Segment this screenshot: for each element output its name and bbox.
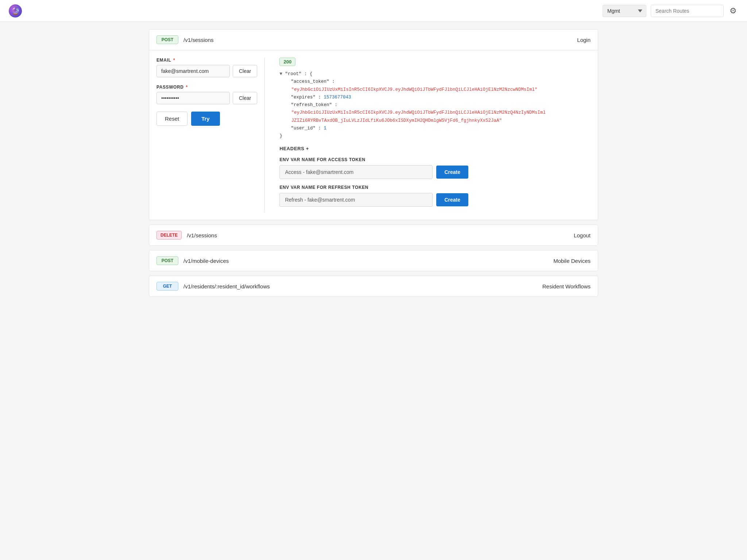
json-line-close: } bbox=[279, 132, 591, 140]
json-expires-value: 1573677043 bbox=[324, 95, 351, 100]
access-token-label: ENV VAR NAME FOR ACCESS TOKEN bbox=[279, 157, 591, 162]
json-collapse-icon[interactable]: ▼ bbox=[279, 71, 282, 77]
route-label-login: Login bbox=[577, 37, 591, 43]
action-row: Reset Try bbox=[156, 112, 257, 126]
route-card-post-sessions: POST /v1/sessions Login EMAIL * Clear bbox=[149, 29, 598, 220]
reset-button[interactable]: Reset bbox=[156, 112, 187, 126]
json-access-value: "eyJhbGciOiJIUzUxMiIsInR5cCI6IkpXVCJ9.ey… bbox=[291, 87, 537, 92]
json-userid-value: 1 bbox=[324, 126, 327, 131]
route-header-get-workflows[interactable]: GET /v1/residents/:resident_id/workflows… bbox=[149, 276, 598, 296]
email-field-row: Clear bbox=[156, 65, 257, 77]
create-refresh-token-button[interactable]: Create bbox=[436, 193, 468, 206]
search-routes-input[interactable] bbox=[651, 5, 724, 17]
status-badge-200: 200 bbox=[279, 58, 295, 66]
json-refresh-key: "refresh_token" : bbox=[285, 102, 337, 108]
route-card-delete-sessions: DELETE /v1/sessions Logout bbox=[149, 225, 598, 246]
json-line-refresh-key: "refresh_token" : bbox=[279, 101, 591, 109]
gear-button[interactable]: ⚙ bbox=[728, 5, 738, 17]
required-star-email: * bbox=[173, 58, 175, 63]
json-close-brace: } bbox=[279, 133, 282, 139]
method-badge-post-mobile: POST bbox=[156, 256, 178, 265]
route-label-logout: Logout bbox=[574, 232, 591, 238]
route-path-mobile: /v1/mobile-devices bbox=[183, 258, 553, 264]
form-section: EMAIL * Clear PASSWORD * Cle bbox=[156, 58, 257, 213]
refresh-token-row: Create bbox=[279, 193, 591, 207]
json-line-access-key: "access_token" : bbox=[279, 78, 591, 86]
access-token-input[interactable] bbox=[279, 165, 433, 179]
response-json: ▼ "root" : { "access_token" : "eyJhbGciO… bbox=[279, 70, 591, 140]
required-star-password: * bbox=[186, 85, 188, 90]
route-header-post-mobile[interactable]: POST /v1/mobile-devices Mobile Devices bbox=[149, 250, 598, 271]
email-input[interactable] bbox=[156, 65, 230, 77]
password-label: PASSWORD * bbox=[156, 85, 257, 90]
json-line-refresh-value: "eyJhbGciOiJIUzUxMiIsInR5cCI6IkpXVCJ9.ey… bbox=[279, 109, 591, 117]
route-card-get-workflows: GET /v1/residents/:resident_id/workflows… bbox=[149, 276, 598, 297]
json-line-root: ▼ "root" : { bbox=[279, 70, 591, 78]
access-token-row: Create bbox=[279, 165, 591, 179]
refresh-token-input[interactable] bbox=[279, 193, 433, 207]
main-content: POST /v1/sessions Login EMAIL * Clear bbox=[140, 22, 607, 308]
clear-email-button[interactable]: Clear bbox=[233, 65, 257, 77]
headers-toggle[interactable]: HEADERS + bbox=[279, 146, 591, 151]
access-token-section: ENV VAR NAME FOR ACCESS TOKEN Create bbox=[279, 157, 591, 179]
json-line-expires: "expires" : 1573677043 bbox=[279, 94, 591, 101]
json-line-access-value: "eyJhbGciOiJIUzUxMiIsInR5cCI6IkpXVCJ9.ey… bbox=[279, 86, 591, 94]
json-refresh-value: "eyJhbGciOiJIUzUxMiIsInR5cCI6IkpXVCJ9.ey… bbox=[291, 110, 546, 115]
try-button[interactable]: Try bbox=[191, 112, 220, 126]
route-path-workflows: /v1/residents/:resident_id/workflows bbox=[183, 283, 542, 289]
password-field-group: PASSWORD * Clear bbox=[156, 85, 257, 104]
json-line-userid: "user_id" : 1 bbox=[279, 125, 591, 132]
method-badge-post: POST bbox=[156, 35, 178, 44]
email-field-group: EMAIL * Clear bbox=[156, 58, 257, 77]
create-access-token-button[interactable]: Create bbox=[436, 166, 468, 179]
logo-icon: 🔮 bbox=[9, 4, 22, 18]
method-badge-delete: DELETE bbox=[156, 231, 182, 240]
route-body-inner: EMAIL * Clear PASSWORD * Cle bbox=[156, 58, 591, 213]
password-input[interactable] bbox=[156, 92, 230, 104]
divider bbox=[264, 58, 265, 213]
response-section: 200 ▼ "root" : { "access_token" : "eyJhb… bbox=[272, 58, 591, 213]
route-path-delete: /v1/sessions bbox=[187, 232, 574, 238]
route-label-mobile: Mobile Devices bbox=[553, 258, 591, 264]
json-access-key: "access_token" : bbox=[285, 79, 334, 84]
method-badge-get: GET bbox=[156, 282, 178, 291]
route-label-workflows: Resident Workflows bbox=[542, 283, 591, 289]
password-field-row: Clear bbox=[156, 92, 257, 104]
header-left: 🔮 bbox=[9, 4, 22, 18]
mgmt-select[interactable]: Mgmt Admin Resident bbox=[603, 5, 646, 17]
route-path: /v1/sessions bbox=[183, 37, 577, 43]
email-label: EMAIL * bbox=[156, 58, 257, 63]
route-header-post-sessions[interactable]: POST /v1/sessions Login bbox=[149, 30, 598, 50]
header-right: Mgmt Admin Resident ⚙ bbox=[603, 5, 738, 17]
header: 🔮 Mgmt Admin Resident ⚙ bbox=[0, 0, 747, 22]
json-key-root: "root" : { bbox=[285, 71, 313, 77]
route-body-post-sessions: EMAIL * Clear PASSWORD * Cle bbox=[149, 50, 598, 220]
refresh-token-section: ENV VAR NAME FOR REFRESH TOKEN Create bbox=[279, 185, 591, 207]
clear-password-button[interactable]: Clear bbox=[233, 92, 257, 104]
refresh-token-label: ENV VAR NAME FOR REFRESH TOKEN bbox=[279, 185, 591, 190]
json-expires-key: "expires" : bbox=[285, 95, 324, 100]
json-refresh-cont: JZIZi6RYRBvTAxdOB_jIuLVLzJIdLfiKu6JOb6xI… bbox=[291, 118, 502, 123]
route-card-post-mobile: POST /v1/mobile-devices Mobile Devices bbox=[149, 250, 598, 271]
json-line-refresh-cont: JZIZi6RYRBvTAxdOB_jIuLVLzJIdLfiKu6JOb6xI… bbox=[279, 117, 591, 125]
json-userid-key: "user_id" : bbox=[285, 126, 324, 131]
route-header-delete-sessions[interactable]: DELETE /v1/sessions Logout bbox=[149, 225, 598, 245]
